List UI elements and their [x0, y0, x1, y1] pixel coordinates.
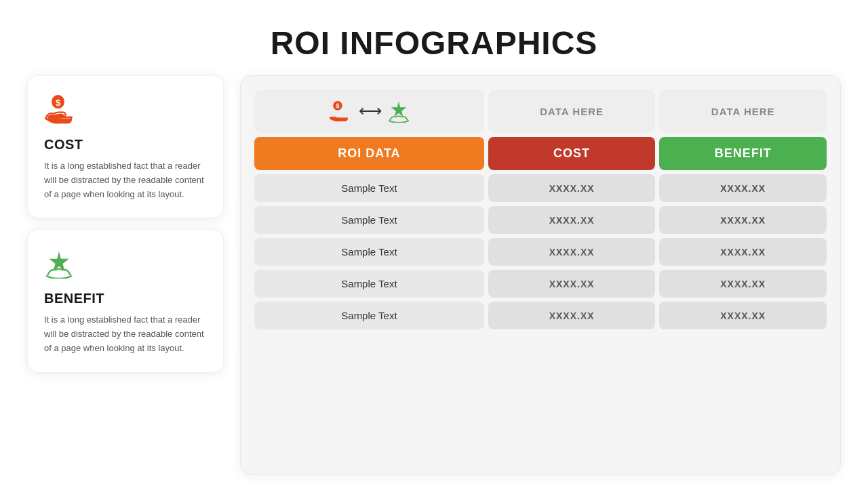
svg-marker-8	[391, 102, 407, 117]
table-header-data-1: DATA HERE	[488, 89, 656, 133]
row-4-label: Sample Text	[254, 270, 484, 298]
table-header-row: $ ⟷ DATA HERE DATA HERE	[254, 89, 827, 133]
benefit-card-desc: It is a long established fact that a rea…	[44, 313, 207, 355]
row-1-cost: XXXX.XX	[488, 174, 656, 202]
table-row: Sample Text XXXX.XX XXXX.XX	[254, 238, 827, 266]
row-4-cost: XXXX.XX	[488, 270, 656, 298]
row-2-label: Sample Text	[254, 206, 484, 234]
table-icon-cell: $ ⟷	[254, 89, 484, 133]
col-roi-header: ROI DATA	[254, 137, 484, 170]
row-3-cost: XXXX.XX	[488, 238, 656, 266]
col-cost-header: COST	[488, 137, 656, 170]
table-panel: $ ⟷ DATA HERE DATA HERE ROI DATA COST BE…	[240, 75, 841, 474]
cost-card-title: COST	[44, 137, 207, 152]
table-benefit-icon	[387, 100, 410, 123]
benefit-icon-wrap	[44, 249, 207, 281]
cost-card-desc: It is a long established fact that a rea…	[44, 159, 207, 201]
row-1-benefit: XXXX.XX	[659, 174, 827, 202]
benefit-icon	[44, 249, 74, 279]
row-5-benefit: XXXX.XX	[659, 302, 827, 329]
page-title: ROI INFOGRAPHICS	[271, 0, 598, 75]
col-benefit-header: BENEFIT	[659, 137, 827, 170]
table-cost-icon: $	[328, 100, 353, 123]
cost-card: $ $ COST It is a long established fact t…	[27, 75, 224, 218]
svg-text:$: $	[336, 102, 340, 109]
row-2-benefit: XXXX.XX	[659, 206, 827, 234]
left-column: $ $ COST It is a long established fact t…	[27, 75, 224, 474]
cost-icon-wrap: $ $	[44, 95, 207, 127]
table-row: Sample Text XXXX.XX XXXX.XX	[254, 206, 827, 234]
row-5-cost: XXXX.XX	[488, 302, 656, 329]
arrow-icon: ⟷	[359, 102, 382, 121]
row-3-benefit: XXXX.XX	[659, 238, 827, 266]
col-header-row: ROI DATA COST BENEFIT	[254, 137, 827, 170]
row-1-label: Sample Text	[254, 174, 484, 202]
table-row: Sample Text XXXX.XX XXXX.XX	[254, 174, 827, 202]
table-header-data-2: DATA HERE	[659, 89, 827, 133]
main-content: $ $ COST It is a long established fact t…	[27, 75, 841, 488]
row-3-label: Sample Text	[254, 238, 484, 266]
svg-text:$: $	[56, 98, 60, 108]
row-4-benefit: XXXX.XX	[659, 270, 827, 298]
cost-icon: $ $	[44, 95, 79, 125]
benefit-card: BENEFIT It is a long established fact th…	[27, 229, 224, 372]
benefit-card-title: BENEFIT	[44, 291, 207, 306]
table-row: Sample Text XXXX.XX XXXX.XX	[254, 270, 827, 298]
table-row: Sample Text XXXX.XX XXXX.XX	[254, 302, 827, 329]
row-2-cost: XXXX.XX	[488, 206, 656, 234]
row-5-label: Sample Text	[254, 302, 484, 329]
